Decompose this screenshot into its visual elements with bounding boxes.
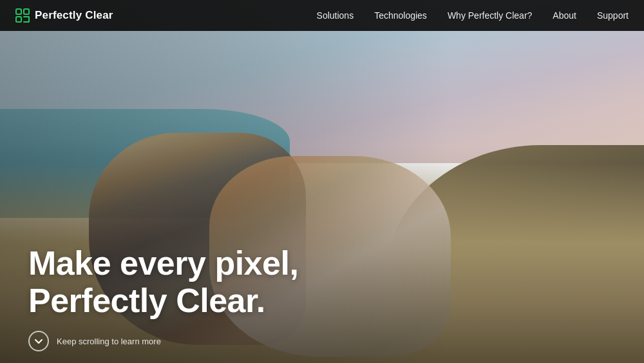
brand-logo-icon [15,8,30,23]
hero-content: Make every pixel, Perfectly Clear. [28,244,298,319]
svg-rect-0 [16,9,21,14]
nav-links: Solutions Technologies Why Perfectly Cle… [317,10,629,21]
svg-rect-1 [24,9,29,14]
nav-link-technologies[interactable]: Technologies [374,10,427,21]
scroll-label: Keep scrolling to learn more [57,337,161,346]
hero-headline: Make every pixel, Perfectly Clear. [28,244,298,319]
scroll-down-button[interactable] [28,331,49,351]
nav-link-why[interactable]: Why Perfectly Clear? [448,10,532,21]
hero-section: Perfectly Clear Solutions Technologies W… [0,0,644,363]
nav-link-support[interactable]: Support [597,10,629,21]
nav-link-about[interactable]: About [553,10,576,21]
brand-logo[interactable]: Perfectly Clear [15,8,113,23]
hero-headline-line1: Make every pixel, [28,244,298,282]
hero-headline-line2: Perfectly Clear. [28,282,265,319]
brand-name: Perfectly Clear [35,9,113,22]
navbar: Perfectly Clear Solutions Technologies W… [0,0,644,31]
nav-link-solutions[interactable]: Solutions [317,10,354,21]
chevron-down-icon [34,337,43,346]
svg-rect-2 [16,17,21,22]
scroll-indicator: Keep scrolling to learn more [28,331,161,351]
svg-rect-3 [24,17,29,22]
